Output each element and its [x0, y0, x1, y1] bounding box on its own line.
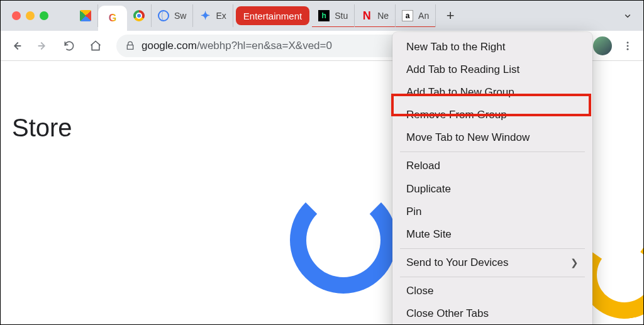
cm-separator [400, 248, 585, 249]
amazon-icon: a [402, 10, 413, 21]
tab-strip: G Sw ✦ Ex Entertainment h Stu N Ne a An … [1, 1, 643, 31]
tab-group-label: Entertainment [243, 11, 302, 21]
cm-label: Close Other Tabs [406, 307, 489, 321]
forward-button[interactable] [32, 35, 53, 57]
window-zoom-button[interactable] [40, 11, 48, 20]
cm-duplicate[interactable]: Duplicate [392, 178, 592, 201]
group-underline [312, 26, 354, 27]
cm-move-tab-new-window[interactable]: Move Tab to New Window [392, 126, 592, 149]
cm-separator [400, 151, 585, 152]
cm-label: Reload [406, 159, 440, 173]
reload-button[interactable] [58, 35, 80, 57]
url-path: /webhp?hl=en&sa=X&ved=0 [197, 40, 332, 52]
google-logo-partial-blue [290, 187, 397, 294]
lock-icon [125, 41, 135, 51]
home-icon [89, 40, 102, 52]
tab-chrome[interactable] [127, 4, 152, 27]
cm-remove-from-group[interactable]: Remove From Group [392, 104, 592, 126]
url-text: google.com/webhp?hl=en&sa=X&ved=0 [142, 40, 332, 52]
cm-label: Send to Your Devices [406, 256, 509, 270]
profile-avatar[interactable] [593, 36, 612, 55]
tab-context-menu: New Tab to the Right Add Tab to Reading … [392, 32, 592, 325]
new-tab-button[interactable]: + [441, 6, 460, 25]
cm-label: Duplicate [406, 182, 451, 196]
cm-separator [400, 277, 585, 277]
cm-close[interactable]: Close [392, 280, 592, 302]
gmail-icon [80, 10, 91, 21]
tab-label: Ex [216, 11, 226, 21]
tab-search-dropdown[interactable] [618, 6, 637, 25]
tab-gmail-pinned[interactable] [74, 4, 98, 27]
tab-sw[interactable]: Sw [152, 4, 193, 27]
tab-label: Ne [377, 11, 389, 21]
cm-mute-site[interactable]: Mute Site [392, 223, 592, 246]
cm-reload[interactable]: Reload [392, 155, 592, 177]
svg-point-2 [627, 48, 629, 50]
tab-google-active[interactable]: G [98, 6, 127, 31]
svg-point-1 [627, 45, 629, 47]
home-button[interactable] [85, 35, 106, 57]
cm-add-reading-list[interactable]: Add Tab to Reading List [392, 58, 592, 81]
chrome-icon [133, 10, 145, 21]
cm-label: Add Tab to Reading List [406, 63, 519, 77]
tab-ex[interactable]: ✦ Ex [193, 4, 233, 27]
cm-send-to-devices[interactable]: Send to Your Devices ❯ [392, 251, 592, 274]
cm-close-other-tabs[interactable]: Close Other Tabs [392, 302, 592, 325]
cm-label: Close [406, 284, 433, 298]
cm-add-tab-new-group[interactable]: Add Tab to New Group [392, 81, 592, 104]
globe-icon [158, 10, 169, 21]
cm-label: New Tab to the Right [406, 40, 506, 54]
tab-label: Sw [174, 11, 186, 21]
tab-label: An [418, 11, 429, 21]
chevron-down-icon [622, 10, 633, 21]
extension-icon: ✦ [199, 10, 211, 21]
cm-label: Remove From Group [406, 108, 507, 122]
cm-label: Add Tab to New Group [406, 85, 514, 99]
netflix-icon: N [361, 10, 372, 21]
cm-label: Move Tab to New Window [406, 131, 530, 145]
arrow-right-icon [36, 39, 50, 53]
tab-amazon[interactable]: a An [396, 4, 436, 27]
kebab-icon [622, 40, 633, 52]
window-traffic-lights [6, 11, 55, 20]
cm-new-tab-right[interactable]: New Tab to the Right [392, 36, 592, 58]
hulu-icon: h [318, 10, 330, 21]
reload-icon [63, 40, 75, 52]
window-minimize-button[interactable] [26, 11, 35, 20]
tab-hulu[interactable]: h Stu [312, 4, 355, 27]
google-icon: G [107, 13, 118, 24]
cm-label: Pin [406, 205, 422, 219]
chrome-menu-button[interactable] [617, 35, 638, 57]
cm-pin[interactable]: Pin [392, 201, 592, 223]
group-underline [396, 26, 435, 27]
tab-group-entertainment[interactable]: Entertainment [236, 6, 309, 25]
group-underline [355, 26, 395, 27]
svg-point-0 [627, 41, 629, 43]
arrow-left-icon [9, 39, 23, 53]
window-close-button[interactable] [12, 11, 21, 20]
tab-netflix[interactable]: N Ne [355, 4, 396, 27]
chevron-right-icon: ❯ [570, 256, 579, 269]
tab-label: Stu [335, 11, 348, 21]
store-link[interactable]: Store [12, 114, 72, 142]
cm-label: Mute Site [406, 228, 452, 241]
url-host: google.com [142, 40, 197, 52]
back-button[interactable] [6, 35, 27, 57]
